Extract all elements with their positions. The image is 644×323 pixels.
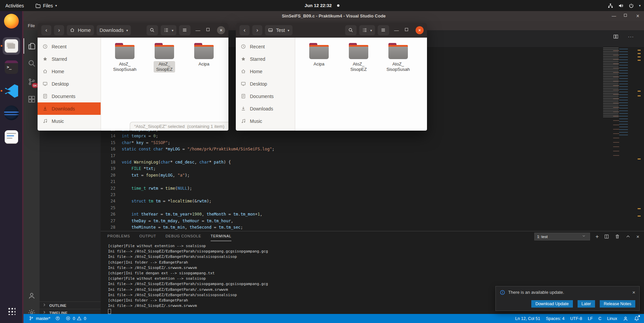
minimize-button[interactable]: — <box>196 28 200 33</box>
activity-explorer-icon[interactable] <box>23 38 40 54</box>
path-location-button[interactable]: Test ▾ <box>265 25 293 36</box>
indentation[interactable]: Spaces: 4 <box>546 316 565 321</box>
new-terminal-button[interactable]: + <box>595 234 599 239</box>
feedback-icon[interactable] <box>623 316 628 321</box>
later-button[interactable]: Later <box>578 300 595 308</box>
menu-file[interactable]: File <box>28 23 35 28</box>
menu-icon <box>381 28 386 33</box>
sidebar-item-starred[interactable]: Starred <box>38 53 101 65</box>
view-toggle-button[interactable]: ▾ <box>160 25 177 36</box>
sidebar-item-documents[interactable]: Documents <box>38 90 101 102</box>
panel-tab-debug-console[interactable]: DEBUG CONSOLE <box>166 231 201 241</box>
sidebar-item-label: Documents <box>52 94 75 99</box>
sidebar-item-starred[interactable]: Starred <box>236 53 295 65</box>
maximize-button[interactable] <box>624 13 629 19</box>
folder-label: AtoZ_ SisopEZ <box>348 61 369 73</box>
system-tray[interactable]: ▾ <box>608 0 641 11</box>
back-button[interactable]: ‹ <box>239 25 250 36</box>
maximize-button[interactable] <box>405 28 410 33</box>
path-home-button[interactable]: Home <box>66 25 94 36</box>
path-location-button[interactable]: Downloads ▾ <box>96 25 131 36</box>
dock-item-vscode[interactable] <box>3 82 20 100</box>
panel-tab-problems[interactable]: PROBLEMS <box>107 231 130 241</box>
split-editor-icon[interactable] <box>613 34 619 39</box>
activity-account-icon[interactable] <box>23 288 40 303</box>
terminal-picker[interactable]: 1: test <box>534 233 590 240</box>
view-toggle-button[interactable]: ▾ <box>359 25 375 36</box>
hamburger-menu-button[interactable] <box>179 25 191 36</box>
release-notes-button[interactable]: Release Notes <box>600 300 635 308</box>
vscode-title-bar[interactable]: SinSeiFS_B09.c - Praktikum4 - Visual Stu… <box>23 11 644 21</box>
branch-indicator[interactable]: master* <box>29 316 50 321</box>
folder-item[interactable]: AtoZ_ SisopSusah <box>382 43 414 73</box>
sidebar-item-desktop[interactable]: Desktop <box>38 78 101 90</box>
folder-item[interactable]: AtoZ_ SisopEZ <box>149 43 180 73</box>
sidebar-item-downloads[interactable]: Downloads <box>236 102 295 115</box>
minimize-button[interactable]: — <box>612 13 616 18</box>
close-panel-button[interactable]: × <box>636 234 639 239</box>
sync-button[interactable] <box>55 316 61 321</box>
minimap[interactable] <box>601 48 629 232</box>
close-button[interactable]: × <box>416 26 424 34</box>
kill-terminal-button[interactable] <box>615 234 620 239</box>
close-button[interactable]: × <box>217 26 225 34</box>
notification-close-icon[interactable]: × <box>632 289 635 295</box>
folder-item[interactable]: AtoZ_ SisopSusah <box>109 43 141 73</box>
folder-item[interactable]: Acipa <box>303 43 335 67</box>
dock-item-files[interactable] <box>3 37 20 55</box>
folder-label: AtoZ_ SisopSusah <box>384 61 412 73</box>
search-button[interactable] <box>146 25 158 36</box>
encoding[interactable]: UTF-8 <box>570 316 582 321</box>
wallpaper-strip <box>22 11 23 323</box>
language-mode[interactable]: C <box>598 316 601 321</box>
overview-ruler[interactable] <box>636 48 644 231</box>
sidebar-item-music[interactable]: Music <box>236 115 295 127</box>
folder-item[interactable]: AtoZ_ SisopEZ <box>343 43 374 73</box>
clock-label: Jun 12 22:32 <box>305 3 332 8</box>
dock-item-firefox[interactable] <box>3 12 20 30</box>
folder-label: Acipa <box>311 61 327 67</box>
panel-tab-output[interactable]: OUTPUT <box>140 231 156 241</box>
sidebar-item-documents[interactable]: Documents <box>236 90 295 102</box>
dock-item-eclipse[interactable] <box>3 104 20 122</box>
activity-search-icon[interactable] <box>23 55 40 71</box>
split-terminal-button[interactable] <box>604 234 609 239</box>
problems-indicator[interactable]: 0 0 <box>66 316 86 321</box>
forward-button[interactable]: › <box>54 25 64 36</box>
desktop-icon <box>43 81 48 86</box>
sidebar-item-desktop[interactable]: Desktop <box>236 78 295 90</box>
chevron-down-icon <box>582 234 587 239</box>
activity-extensions-icon[interactable] <box>23 91 40 107</box>
download-update-button[interactable]: Download Update <box>531 300 573 308</box>
forward-button[interactable]: › <box>252 25 263 36</box>
sidebar-item-recent[interactable]: Recent <box>236 40 295 53</box>
remote-os[interactable]: Linux <box>607 316 617 321</box>
dock-item-terminal[interactable]: >_ <box>3 58 20 76</box>
close-button[interactable]: × <box>636 13 639 19</box>
code-line: 19 FILE *txt; <box>101 166 644 172</box>
sidebar-item-downloads[interactable]: Downloads <box>38 102 101 115</box>
sidebar-item-home[interactable]: Home <box>236 65 295 78</box>
more-actions-icon[interactable]: ··· <box>628 34 634 39</box>
clock[interactable]: Jun 12 22:32 <box>0 0 644 11</box>
folder-item[interactable]: Acipa <box>188 43 220 67</box>
back-button[interactable]: ‹ <box>41 25 52 36</box>
show-applications-button[interactable] <box>7 307 15 315</box>
sidebar-item-music[interactable]: Music <box>38 115 101 127</box>
code-line: 20 txt = fopen(myLOG, "a"); <box>101 172 644 179</box>
activity-source-control-icon[interactable]: SK <box>23 74 40 89</box>
maximize-button[interactable] <box>206 28 211 33</box>
dock-item-text-editor[interactable] <box>3 128 20 146</box>
outline-section[interactable]: OUTLINE <box>40 302 101 309</box>
notifications-bell-icon[interactable] <box>634 316 639 321</box>
minimize-button[interactable]: — <box>394 28 399 33</box>
selection-status: “AtoZ_SisopEZ” selected (containing 1 it… <box>130 122 228 131</box>
panel-tab-terminal[interactable]: TERMINAL <box>211 231 231 241</box>
eol-sequence[interactable]: LF <box>588 316 593 321</box>
maximize-panel-button[interactable] <box>626 234 631 239</box>
hamburger-menu-button[interactable] <box>377 25 389 36</box>
cursor-position[interactable]: Ln 12, Col 51 <box>515 316 540 321</box>
search-button[interactable] <box>345 25 357 36</box>
sidebar-item-home[interactable]: Home <box>38 65 101 78</box>
sidebar-item-recent[interactable]: Recent <box>38 40 101 53</box>
